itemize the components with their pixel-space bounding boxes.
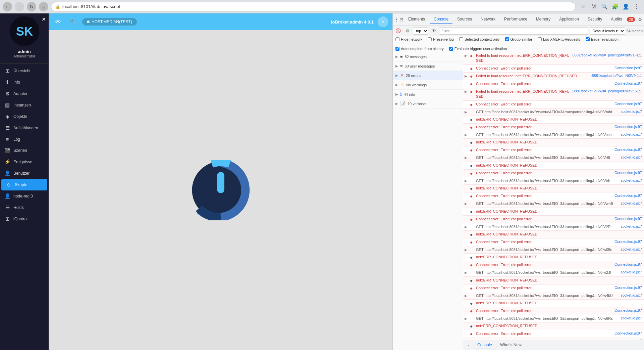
sidebar-item-adapter[interactable]: ⚙ Adapter <box>0 88 49 99</box>
error-row[interactable]: ● net::ERR_CONNECTION_REFUSED <box>463 208 644 215</box>
sidebar-item-instanzen[interactable]: ▤ Instanzen <box>0 99 49 111</box>
error-row[interactable]: ● net::ERR_CONNECTION_REFUSED <box>463 116 644 123</box>
forward-button[interactable]: → <box>15 2 24 11</box>
sidebar-item-nodred[interactable]: 👤 node-red.0 <box>0 190 49 202</box>
sidebar-item-objekte[interactable]: ◈ Objekte <box>0 111 49 122</box>
context-selector[interactable]: top <box>413 27 428 35</box>
error-row[interactable]: ▶ GET http://localhost:8081/socket.io/?w… <box>463 108 644 116</box>
sidebar-item-ereignisse[interactable]: ⚡ Ereignisse <box>0 156 49 168</box>
menu-icon[interactable]: ⋮ <box>632 2 641 11</box>
error-row[interactable]: ● Connect error: Error: xhr poll error C… <box>463 65 644 72</box>
message-item-info[interactable]: ▶ ℹ 44 info <box>393 90 463 99</box>
error-row[interactable]: ▶ GET http://localhost:8081/socket.io/?w… <box>463 315 644 322</box>
sidebar-item-ubersicht[interactable]: ⊞ Übersicht <box>0 65 49 77</box>
error-row[interactable]: ● net::ERR_CONNECTION_REFUSED <box>463 162 644 169</box>
option-preserve-log[interactable]: Preserve log <box>428 37 454 41</box>
error-row[interactable]: ● net::ERR_CONNECTION_REFUSED <box>463 277 644 284</box>
error-row[interactable]: ● Connect error: Error: xhr poll error C… <box>463 261 644 269</box>
error-row[interactable]: ● Connect error: Error: xhr poll error C… <box>463 170 644 177</box>
error-source-link[interactable]: Connection.js:97 <box>614 125 642 129</box>
sidebar-item-szenen[interactable]: 🎬 Szenen <box>0 145 49 156</box>
error-row[interactable]: ● Connect error: Error: xhr poll error C… <box>463 307 644 315</box>
error-row[interactable]: ▶ ● Failed to load resource: net::ERR_CO… <box>463 88 644 100</box>
tab-security[interactable]: Security <box>584 15 606 24</box>
error-source-link[interactable]: Connection.js:97 <box>614 331 642 335</box>
error-source-link[interactable]: socket.io.js:7 <box>621 155 642 159</box>
error-source-link[interactable]: Connection.js:97 <box>614 286 642 290</box>
tab-audits[interactable]: Audits <box>607 15 626 24</box>
error-row[interactable]: ▶ ● Failed to load resource: net::ERR_CO… <box>463 73 644 80</box>
tab-sources[interactable]: Sources <box>453 15 476 24</box>
message-item-all[interactable]: ▶ ≡ 82 messages <box>393 52 463 61</box>
error-row[interactable]: ● Connect error: Error: xhr poll error C… <box>463 238 644 246</box>
error-source-link[interactable]: socket.io.js:7 <box>621 224 642 228</box>
option-group-similar[interactable]: Group similar <box>505 37 532 41</box>
error-source-link[interactable]: :8881/socket.io/?ws=N0fV9r1:1 <box>591 74 642 78</box>
visibility-icon[interactable]: 👁 <box>53 16 63 27</box>
error-row[interactable]: ● Connect error: Error: xhr poll error C… <box>463 80 644 88</box>
reload-button[interactable]: ↻ <box>27 2 36 11</box>
error-row[interactable]: ● net::ERR_CONNECTION_REFUSED <box>463 322 644 330</box>
message-item-verbose[interactable]: ▶ 📝 10 verbose <box>393 99 463 108</box>
error-row[interactable]: ● net::ERR_CONNECTION_REFUSED <box>463 231 644 238</box>
sidebar-item-hosts[interactable]: ☰ Hosts <box>0 202 49 213</box>
option-hide-network[interactable]: Hide network <box>395 37 422 41</box>
extension-icon[interactable]: 🧩 <box>610 2 620 11</box>
error-row[interactable]: ▶ GET http://localhost:8081/socket.io/?w… <box>463 177 644 184</box>
error-source-link[interactable]: socket.io.js:7 <box>621 247 642 251</box>
tab-network[interactable]: Network <box>477 15 499 24</box>
error-row[interactable]: ● net::ERR_CONNECTION_REFUSED <box>463 139 644 146</box>
sidebar-item-benutzer[interactable]: 👤 Benutzer <box>0 168 49 179</box>
error-row[interactable]: ● Connect error: Error: xhr poll error C… <box>463 192 644 200</box>
error-source-link[interactable]: :8881/socket.io/?ws=_polling&t=N0fV1FL:1 <box>572 53 642 57</box>
back-button[interactable]: ← <box>3 2 12 11</box>
option-autocomplete[interactable]: Autocomplete from history <box>395 47 444 51</box>
message-item-user[interactable]: ▶ ≡ 63 user messages <box>393 61 463 71</box>
option-eager-eval[interactable]: Eager evaluation <box>586 37 619 41</box>
error-row[interactable]: ▶ GET http://localhost:8081/socket.io/?w… <box>463 269 644 276</box>
brightness-icon[interactable]: ☀ <box>378 16 388 27</box>
tab-application[interactable]: Application <box>555 15 583 24</box>
error-row[interactable]: ▶ GET http://localhost:8081/socket.io/?w… <box>463 200 644 207</box>
error-source-link[interactable]: Connection.js:97 <box>614 308 642 312</box>
message-item-errors[interactable]: ▶ ✕ 28 errors <box>393 71 463 80</box>
option-eval-triggers[interactable]: Evaluate triggers user activation <box>449 47 507 51</box>
sidebar-item-aufzahlungen[interactable]: ☰ Aufzählungen <box>0 122 49 134</box>
error-source-link[interactable]: socket.io.js:7 <box>621 201 642 205</box>
error-row[interactable]: ▶ ● Failed to load resource: net::ERR_CO… <box>463 52 644 64</box>
error-row[interactable]: ● net::ERR_CONNECTION_REFUSED <box>463 254 644 261</box>
error-source-link[interactable]: Connection.js:97 <box>614 147 642 151</box>
error-row[interactable]: ▶ GET http://localhost:8081/socket.io/?w… <box>463 223 644 230</box>
devtools-dock-icon[interactable]: ⋮ <box>394 15 399 24</box>
error-source-link[interactable]: socket.io.js:7 <box>621 270 642 274</box>
error-row[interactable]: ▶ GET http://localhost:8081/socket.io/?w… <box>463 131 644 138</box>
sidebar-item-info[interactable]: ℹ Info <box>0 77 49 88</box>
error-source-link[interactable]: socket.io.js:7 <box>621 316 642 320</box>
error-source-link[interactable]: Connection.js:97 <box>614 239 642 244</box>
devtools-settings-icon[interactable]: ⚙ <box>636 15 644 24</box>
sidebar-item-log[interactable]: ≡ Log <box>0 134 49 145</box>
error-row[interactable]: ● net::ERR_CONNECTION_REFUSED <box>463 185 644 192</box>
tab-performance[interactable]: Performance <box>500 15 531 24</box>
sidebar-close-button[interactable]: ✕ <box>42 16 46 23</box>
error-row[interactable]: ● Connect error: Error: xhr poll error C… <box>463 216 644 223</box>
error-row[interactable]: ▶ GET http://localhost:8081/socket.io/?w… <box>463 292 644 299</box>
error-source-link[interactable]: Connection.js:97 <box>614 193 642 198</box>
error-row[interactable]: ● Connect error: Error: xhr poll error C… <box>463 285 644 292</box>
message-item-warnings[interactable]: ▶ ⚠ No warnings <box>393 80 463 90</box>
level-selector[interactable]: Default levels ▾ <box>590 27 625 35</box>
error-row[interactable]: ● Connect error: Error: xhr poll error C… <box>463 330 644 338</box>
error-row[interactable]: ● Connect error: Error: xhr poll error C… <box>463 124 644 131</box>
tab-memory[interactable]: Memory <box>532 15 554 24</box>
search-icon[interactable]: 🔍 <box>600 2 609 11</box>
error-source-link[interactable]: Connection.js:97 <box>614 66 642 70</box>
tab-elements[interactable]: Elements <box>404 15 429 24</box>
error-source-link[interactable]: socket.io.js:7 <box>621 178 642 182</box>
sidebar-item-iqontrol[interactable]: ⊞ iQontrol <box>0 213 49 225</box>
error-source-link[interactable]: socket.io.js:7 <box>621 110 642 114</box>
error-source-link[interactable]: socket.io.js:7 <box>621 132 642 136</box>
console-filter-icon[interactable]: ⊘ <box>404 27 412 35</box>
console-bottom-tab-whatsnew[interactable]: What's New <box>496 341 526 349</box>
home-button[interactable]: ⌂ <box>39 2 48 11</box>
option-selected-context[interactable]: Selected context only <box>459 37 500 41</box>
